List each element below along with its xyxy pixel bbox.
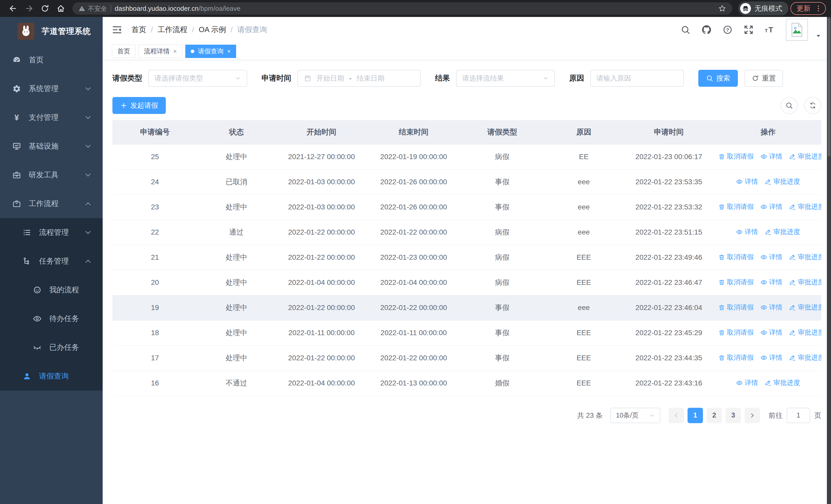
breadcrumb-item[interactable]: 请假查询	[237, 25, 267, 35]
address-bar[interactable]: 不安全 dashboard.yudao.iocoder.cn/bpm/oa/le…	[73, 2, 733, 14]
breadcrumb-item[interactable]: 工作流程	[157, 25, 188, 35]
progress-action-link[interactable]: 审批进度	[789, 328, 821, 337]
page-size-select[interactable]: 10条/页	[610, 408, 660, 423]
sidebar-item-task-mgmt[interactable]: 任务管理	[0, 247, 103, 276]
progress-action-link[interactable]: 审批进度	[765, 177, 800, 186]
home-icon[interactable]	[56, 4, 65, 13]
plus-icon	[120, 102, 127, 109]
page-1-button[interactable]: 1	[688, 408, 703, 423]
leave-type-select[interactable]: 请选择请假类型	[148, 70, 247, 87]
search-button[interactable]: 搜索	[698, 70, 738, 87]
cancel-action-link[interactable]: 取消请假	[718, 353, 754, 362]
cancel-action-link[interactable]: 取消请假	[718, 152, 754, 161]
sidebar-item-system[interactable]: 系统管理	[0, 75, 103, 103]
detail-action-link[interactable]: 详情	[761, 328, 782, 337]
cell-actions: 详情审批进度	[715, 370, 821, 396]
forward-icon[interactable]	[25, 4, 33, 13]
tab-home[interactable]: 首页	[112, 45, 136, 58]
trash-icon	[718, 279, 725, 286]
detail-action-link[interactable]: 详情	[761, 152, 782, 161]
chevron-down-icon[interactable]	[815, 33, 822, 39]
eye-icon	[761, 304, 767, 311]
progress-action-link[interactable]: 审批进度	[789, 303, 821, 312]
app-window: 芋道管理系统 首页系统管理支付管理基础设施研发工具工作流程流程管理任务管理我的流…	[0, 17, 831, 504]
sidebar-item-workflow[interactable]: 工作流程	[0, 189, 103, 218]
cell-id: 18	[112, 320, 197, 346]
tab-process-detail[interactable]: 流程详情×	[139, 45, 182, 58]
sidebar-item-my-process[interactable]: 我的流程	[0, 276, 103, 304]
detail-action-link[interactable]: 详情	[736, 227, 758, 236]
progress-action-link[interactable]: 审批进度	[789, 353, 821, 362]
sidebar-item-infrastructure[interactable]: 基础设施	[0, 132, 103, 161]
action-label: 审批进度	[798, 328, 821, 337]
cancel-action-link[interactable]: 取消请假	[718, 278, 754, 287]
progress-action-link[interactable]: 审批进度	[789, 253, 821, 262]
result-select[interactable]: 请选择流结果	[456, 70, 555, 87]
close-icon[interactable]: ×	[173, 48, 177, 55]
eye-icon	[761, 254, 767, 261]
progress-action-link[interactable]: 审批进度	[789, 152, 821, 161]
sidebar-item-process-mgmt[interactable]: 流程管理	[0, 218, 103, 247]
back-icon[interactable]	[9, 4, 18, 13]
tab-leave-query[interactable]: 请假查询×	[185, 45, 236, 58]
sidebar-item-home[interactable]: 首页	[0, 46, 103, 75]
cell-actions: 取消请假详情审批进度	[715, 270, 821, 295]
sidebar-item-dev-tools[interactable]: 研发工具	[0, 161, 103, 189]
detail-action-link[interactable]: 详情	[736, 177, 758, 186]
detail-action-link[interactable]: 详情	[736, 378, 758, 387]
cancel-action-link[interactable]: 取消请假	[718, 253, 754, 262]
page-2-button[interactable]: 2	[707, 408, 722, 423]
refresh-table-button[interactable]	[804, 97, 821, 114]
cell-end-time: 2022-01-04 00:00:00	[368, 270, 460, 295]
sidebar-item-payment[interactable]: 支付管理	[0, 103, 103, 132]
app-logo-row[interactable]: 芋道管理系统	[0, 17, 103, 46]
search-button[interactable]	[681, 25, 690, 35]
eye-icon	[736, 380, 743, 386]
date-range-picker[interactable]: 开始日期 - 结束日期	[297, 70, 421, 87]
detail-action-link[interactable]: 详情	[761, 303, 782, 312]
page-3-button[interactable]: 3	[725, 408, 741, 423]
browser-scrollbar[interactable]	[827, 17, 831, 504]
reload-icon[interactable]	[40, 4, 49, 13]
reset-button[interactable]: 重置	[745, 70, 783, 87]
toggle-search-button[interactable]	[781, 97, 798, 114]
update-menu-button[interactable]: 更新	[791, 2, 826, 15]
detail-action-link[interactable]: 详情	[761, 278, 782, 287]
trash-icon	[718, 254, 725, 261]
progress-action-link[interactable]: 审批进度	[789, 202, 821, 211]
create-leave-button[interactable]: 发起请假	[112, 97, 166, 114]
progress-action-link[interactable]: 审批进度	[789, 278, 821, 287]
reason-input[interactable]	[596, 75, 678, 82]
sidebar-item-done-tasks[interactable]: 已办任务	[0, 333, 103, 362]
sidebar-item-leave-query[interactable]: 请假查询	[0, 362, 103, 391]
scrollbar-thumb[interactable]	[828, 18, 830, 156]
next-page-button[interactable]	[745, 408, 760, 423]
help-button[interactable]	[723, 25, 733, 35]
github-button[interactable]	[701, 25, 711, 35]
action-label: 取消请假	[727, 152, 754, 161]
detail-action-link[interactable]: 详情	[761, 202, 782, 211]
eye-icon	[761, 354, 767, 361]
prev-page-button[interactable]	[668, 408, 684, 423]
font-size-button[interactable]	[765, 25, 775, 35]
sidebar-item-todo-tasks[interactable]: 待办任务	[0, 304, 103, 333]
breadcrumb-item[interactable]: 首页	[132, 25, 146, 35]
avatar[interactable]	[786, 19, 808, 41]
progress-action-link[interactable]: 审批进度	[765, 378, 800, 387]
detail-action-link[interactable]: 详情	[761, 253, 782, 262]
close-icon[interactable]: ×	[227, 48, 231, 55]
goto-page-input[interactable]	[786, 408, 810, 423]
progress-action-link[interactable]: 审批进度	[765, 227, 800, 236]
detail-action-link[interactable]: 详情	[761, 353, 782, 362]
cell-apply-time: 2022-01-22 23:51:15	[623, 220, 715, 245]
cancel-action-link[interactable]: 取消请假	[718, 303, 754, 312]
breadcrumb-item[interactable]: OA 示例	[199, 25, 226, 35]
edit-icon	[789, 329, 796, 336]
bookmark-star-icon[interactable]	[718, 4, 726, 12]
cancel-action-link[interactable]: 取消请假	[718, 202, 754, 211]
leave-type-label: 请假类型	[112, 73, 142, 83]
fullscreen-button[interactable]	[744, 25, 753, 35]
collapse-sidebar-icon[interactable]	[112, 25, 122, 35]
cancel-action-link[interactable]: 取消请假	[718, 328, 754, 337]
security-chip[interactable]: 不安全	[79, 4, 107, 13]
